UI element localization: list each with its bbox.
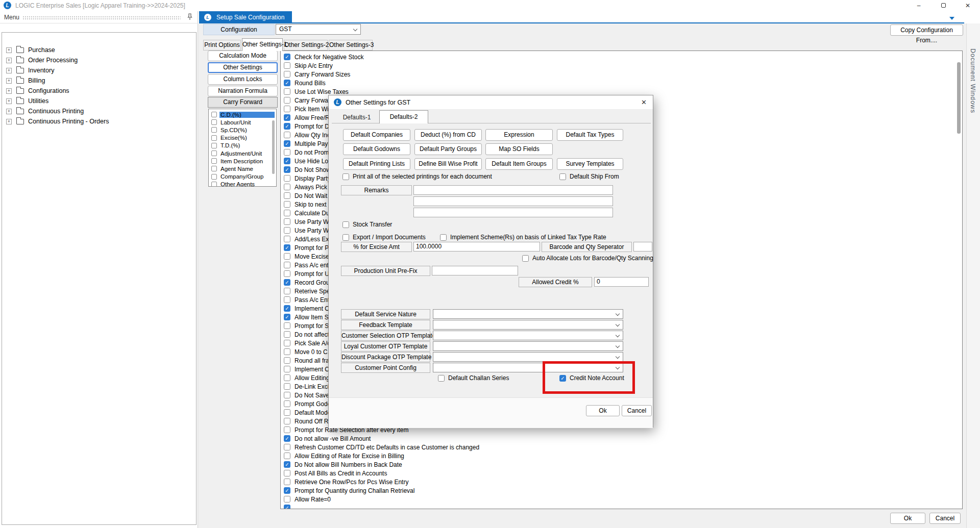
tab-other-settings-1[interactable]: Other Settings-1 xyxy=(242,38,283,51)
list-item-agent-name[interactable]: Agent Name xyxy=(210,165,275,172)
configuration-select[interactable]: GST xyxy=(276,24,361,35)
checkbox-icon[interactable] xyxy=(211,182,217,187)
checkbox-icon[interactable] xyxy=(284,366,290,372)
checkbox-icon[interactable] xyxy=(342,221,349,228)
setting-row-allow-rate-0[interactable]: Allow Rate=0 xyxy=(284,495,331,504)
checkbox-icon[interactable] xyxy=(284,106,290,112)
setting-row-record-group[interactable]: Record Group xyxy=(284,278,333,287)
checkbox-icon[interactable] xyxy=(211,174,217,180)
expand-icon[interactable]: + xyxy=(6,88,12,94)
checkbox-icon[interactable] xyxy=(284,279,290,286)
checkbox-icon[interactable] xyxy=(284,383,290,390)
sidebar-item-billing[interactable]: +Billing xyxy=(2,76,196,86)
setting-row-calculate-due[interactable]: Calculate Due xyxy=(284,209,333,217)
feedback-template-select[interactable] xyxy=(433,320,623,330)
checkbox-icon[interactable] xyxy=(284,505,290,509)
discount-package-otp-template-select[interactable] xyxy=(433,352,623,362)
checkbox-icon[interactable] xyxy=(284,166,290,173)
checkbox-icon[interactable] xyxy=(284,210,290,216)
checkbox-icon[interactable] xyxy=(284,400,290,407)
checkbox-icon[interactable] xyxy=(284,132,290,138)
setting-row-carry-forward-sizes[interactable]: Carry Forward Sizes xyxy=(284,70,350,79)
section-button-calculation-mode[interactable]: Calculation Mode xyxy=(208,51,278,61)
checkbox-icon[interactable] xyxy=(211,166,217,171)
sidebar-item-continuous-printing-orders[interactable]: +Continuous Printing - Orders xyxy=(2,116,196,127)
sidebar-item-continuous-printing[interactable]: +Continuous Printing xyxy=(2,106,196,116)
checkbox-icon[interactable] xyxy=(211,158,217,164)
checkbox-icon[interactable] xyxy=(211,119,217,125)
setting-row-round-bills[interactable]: Round Bills xyxy=(284,79,326,87)
setting-row-do-not-allow-ve-bill-amount[interactable]: Do not allow -ve Bill Amount xyxy=(284,434,371,443)
section-button-column-locks[interactable]: Column Locks xyxy=(208,74,278,85)
setting-row-do-not-prompt[interactable]: Do not Prompt xyxy=(284,148,334,157)
default-service-nature-select[interactable] xyxy=(433,309,623,319)
default-challan-checkbox[interactable]: Default Challan Series xyxy=(438,374,509,382)
checkbox-icon[interactable] xyxy=(284,374,290,381)
define-bill-wise-profit-button[interactable]: Define Bill Wise Profit xyxy=(414,158,482,170)
setting-row-move-0-to-c-d[interactable]: Move 0 to C.D xyxy=(284,347,334,356)
setting-row-use-hide-lots[interactable]: Use Hide Lots xyxy=(284,157,333,165)
setting-row-prompt-for-sur[interactable]: Prompt for Sur xyxy=(284,321,334,330)
ok-button[interactable]: Ok xyxy=(890,513,925,524)
setting-row-do-not-affect-s[interactable]: Do not affect S xyxy=(284,330,335,339)
checkbox-icon[interactable] xyxy=(211,135,217,141)
checkbox-icon[interactable] xyxy=(284,54,290,60)
setting-row-de-link-excise[interactable]: De-Link Excise xyxy=(284,382,335,391)
setting-row-implement-onl[interactable]: Implement Onl xyxy=(284,304,334,313)
checkbox-icon[interactable] xyxy=(284,479,290,485)
setting-row-allow-free-re[interactable]: Allow Free/Re xyxy=(284,113,333,122)
default-ship-from-checkbox[interactable]: Default Ship From xyxy=(559,173,619,180)
setting-row-do-not-show[interactable]: Do Not Show xyxy=(284,165,331,174)
checkbox-icon[interactable] xyxy=(211,127,217,133)
checkbox-icon[interactable] xyxy=(284,357,290,364)
setting-row-round-off-rat[interactable]: Round Off Rat xyxy=(284,417,334,425)
checkbox-icon[interactable] xyxy=(284,270,290,277)
checkbox-icon[interactable] xyxy=(284,253,290,260)
list-item-c-d[interactable]: C.D.(%) xyxy=(210,111,275,118)
checkbox-icon[interactable] xyxy=(284,296,290,303)
checkbox-icon[interactable] xyxy=(522,255,529,262)
pin-icon[interactable] xyxy=(187,13,193,20)
scrollbar-thumb[interactable] xyxy=(957,62,961,134)
setting-row-carry-forward[interactable]: Carry Forward xyxy=(284,96,334,105)
list-item-t-d[interactable]: T.D.(%) xyxy=(210,142,275,149)
implement-scheme-checkbox[interactable]: Implement Scheme(Rs) on basis of Linked … xyxy=(440,234,606,241)
setting-row-default-mode[interactable]: Default Mode xyxy=(284,408,331,417)
tab-other-settings-3[interactable]: Other Settings-3 xyxy=(329,40,373,51)
maximize-button[interactable] xyxy=(933,0,953,11)
dialog-close-icon[interactable]: ✕ xyxy=(641,98,647,106)
setting-row-pick-item-wise[interactable]: Pick Item Wise xyxy=(284,105,335,113)
setting-row-check-for-negative-stock[interactable]: Check for Negative Stock xyxy=(284,53,363,61)
tab-close-icon[interactable]: ✕ xyxy=(291,14,296,21)
sidebar-item-utilities[interactable]: +Utilities xyxy=(2,96,196,106)
checkbox-icon[interactable] xyxy=(284,409,290,416)
print-all-checkbox[interactable]: Print all of the selected printings for … xyxy=(342,173,492,180)
checkbox-icon[interactable] xyxy=(284,444,290,450)
setting-row-prompt-for-quantity-during-challan-retrieval[interactable]: Prompt for Quantity during Challan Retri… xyxy=(284,486,414,495)
checkbox-icon[interactable] xyxy=(284,487,290,494)
checkbox-icon[interactable] xyxy=(284,227,290,234)
checkbox-icon[interactable] xyxy=(284,461,290,468)
default-printing-lists-button[interactable]: Default Printing Lists xyxy=(343,158,410,170)
checkbox-icon[interactable] xyxy=(284,184,290,190)
checkbox-icon[interactable] xyxy=(284,149,290,156)
expand-icon[interactable]: + xyxy=(6,119,12,124)
checkbox-icon[interactable] xyxy=(440,234,447,241)
excise-amt-input[interactable]: 100.0000 xyxy=(413,242,540,252)
setting-row-item[interactable] xyxy=(284,504,295,509)
checkbox-icon[interactable] xyxy=(284,97,290,104)
chevron-down-icon[interactable] xyxy=(949,17,954,20)
section-button-narration-formula[interactable]: Narration Formula xyxy=(208,86,278,96)
section-button-carry-forward[interactable]: Carry Forward xyxy=(208,97,278,108)
setting-row-use-party-wis[interactable]: Use Party Wis xyxy=(284,217,333,226)
checkbox-icon[interactable] xyxy=(284,452,290,459)
checkbox-icon[interactable] xyxy=(284,418,290,424)
default-party-groups-button[interactable]: Default Party Groups xyxy=(414,143,482,155)
production-prefix-input[interactable] xyxy=(432,266,518,275)
section-button-other-settings[interactable]: Other Settings xyxy=(208,62,278,73)
expression-button[interactable]: Expression xyxy=(485,129,553,141)
setting-row-pass-a-c-entry[interactable]: Pass A/c Entry xyxy=(284,295,334,304)
setting-row-post-all-bills-as-credit-in-accounts[interactable]: Post All Bills as Credit in Accounts xyxy=(284,469,387,477)
checkbox-icon[interactable] xyxy=(559,173,566,180)
tab-other-settings-2[interactable]: Other Settings-2 xyxy=(284,40,328,51)
